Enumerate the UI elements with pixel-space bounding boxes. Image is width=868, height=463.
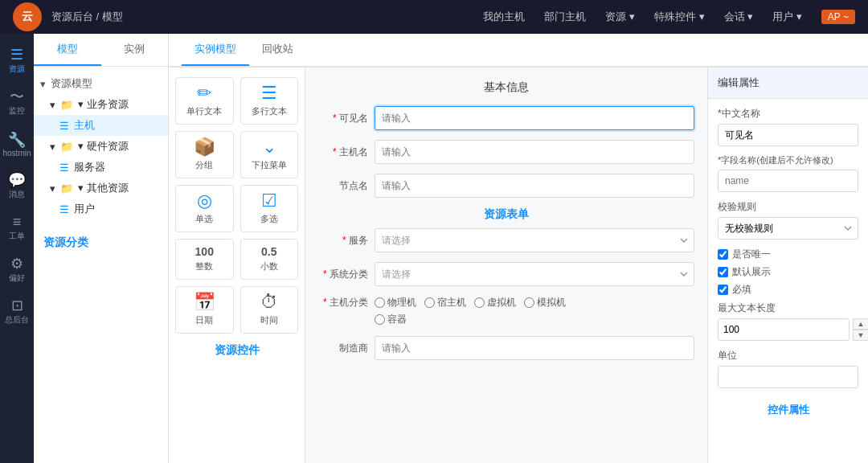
radio-host-input[interactable] <box>424 297 435 308</box>
folder-icon: 📁 <box>60 182 73 195</box>
radio-simulate-input[interactable] <box>524 297 534 308</box>
checkbox-default-show[interactable]: 默认展示 <box>718 265 858 279</box>
prop-validation: 校验规则 无校验规则 IP地址 数字 邮箱 <box>718 200 858 240</box>
sidebar-item-tools[interactable]: 🔧 hostmin <box>0 124 34 166</box>
input-host-name[interactable] <box>375 140 694 164</box>
chat-icon: 💬 <box>8 173 26 187</box>
right-panel-title: 编辑属性 <box>708 68 868 99</box>
prop-section-label: 控件属性 <box>718 396 858 420</box>
tab-model[interactable]: 模型 <box>34 34 101 66</box>
ctrl-label: 单行文本 <box>186 105 222 117</box>
nav-session[interactable]: 会话 ▾ <box>724 10 754 24</box>
control-decimal[interactable]: 0.5 小数 <box>240 239 299 280</box>
nav-resources[interactable]: 资源 ▾ <box>605 10 635 24</box>
prop-input-max-length[interactable] <box>718 318 850 341</box>
radio-physical[interactable]: 物理机 <box>375 296 416 309</box>
radio-container-input[interactable] <box>375 314 385 325</box>
radio-virtual-input[interactable] <box>474 297 485 308</box>
prop-max-length: 最大文本长度 ▲ ▼ <box>718 301 858 341</box>
nav-special-controls[interactable]: 特殊控件 ▾ <box>654 10 705 24</box>
nav-user[interactable]: 用户 ▾ <box>772 10 802 24</box>
input-node-name[interactable] <box>375 174 694 198</box>
ctrl-label: 整数 <box>195 260 213 272</box>
sidebar-item-resource[interactable]: ☰ 资源 <box>0 40 34 82</box>
folder-icon: 📁 <box>60 141 73 153</box>
radio-container-item[interactable]: 容器 <box>375 313 407 326</box>
control-single-select[interactable]: ◎ 单选 <box>175 185 234 232</box>
checkbox-unique-input[interactable] <box>718 249 728 260</box>
group-icon: 📦 <box>194 138 215 156</box>
nav-dept-host[interactable]: 部门主机 <box>544 10 586 24</box>
resource-tree-panel: 模型 实例 ▾ 资源模型 ▾ 📁 ▾ 业务资源 ☰ 主机 ▾ 📁 ▾ 硬件资源 … <box>34 34 169 463</box>
label-visible-name: 可见名 <box>318 112 375 125</box>
prop-select-validation[interactable]: 无校验规则 IP地址 数字 邮箱 <box>718 217 858 240</box>
tab-instance[interactable]: 实例 <box>101 34 169 66</box>
sidebar-item-tasks[interactable]: ≡ 工单 <box>0 207 34 249</box>
grid-icon: ☰ <box>59 162 69 174</box>
control-time[interactable]: ⏱ 时间 <box>240 286 299 334</box>
radio-host-label: 宿主机 <box>437 296 466 309</box>
control-integer[interactable]: 100 整数 <box>175 239 234 280</box>
ctrl-label: 时间 <box>260 314 278 326</box>
prop-field-name: *字段名称(创建后不允许修改) <box>718 154 858 192</box>
radio-physical-input[interactable] <box>375 297 385 308</box>
checkbox-default-show-input[interactable] <box>718 267 728 277</box>
control-multi-line[interactable]: ☰ 多行文本 <box>240 77 299 125</box>
clock-icon: ⏱ <box>260 293 278 311</box>
field-system-type: 系统分类 请选择 <box>318 262 694 286</box>
label-system-type: 系统分类 <box>318 268 375 281</box>
sidebar-label-admin: 总后台 <box>5 314 29 326</box>
select-service[interactable]: 请选择 <box>375 228 694 252</box>
sidebar-item-admin[interactable]: ⊡ 总后台 <box>0 291 34 333</box>
control-multi-select[interactable]: ☑ 多选 <box>240 185 299 232</box>
radio-virtual[interactable]: 虚拟机 <box>474 296 516 309</box>
tab-instance-model[interactable]: 实例模型 <box>182 34 249 66</box>
nav-my-host[interactable]: 我的主机 <box>483 10 525 24</box>
wrench-icon: 🔧 <box>8 133 26 147</box>
tab-recycle-bin[interactable]: 回收站 <box>249 34 306 66</box>
sidebar-item-settings[interactable]: ⚙ 偏好 <box>0 249 34 291</box>
field-host-type-container: 容器 <box>318 313 694 326</box>
radio-simulate[interactable]: 模拟机 <box>524 296 566 309</box>
tree-item-host[interactable]: ☰ 主机 <box>34 115 168 136</box>
controls-section-label: 资源控件 <box>175 334 298 361</box>
tree-item-label: ▾ 业务资源 <box>78 97 129 112</box>
prop-input-unit[interactable] <box>718 366 858 388</box>
select-system-type[interactable]: 请选择 <box>375 262 694 286</box>
tree-item-user[interactable]: ☰ 用户 <box>34 199 168 219</box>
chevron-icon: ▾ <box>50 141 55 153</box>
control-dropdown[interactable]: ⌄ 下拉菜单 <box>240 131 299 178</box>
ctrl-label: 多行文本 <box>252 105 287 117</box>
prop-input-chinese-name[interactable] <box>718 124 858 146</box>
checkbox-unique[interactable]: 是否唯一 <box>718 248 858 261</box>
ctrl-label: 小数 <box>260 260 278 272</box>
chevron-icon: ▾ <box>50 182 55 195</box>
sidebar-label-resource: 资源 <box>9 64 25 75</box>
control-date[interactable]: 📅 日期 <box>175 286 234 334</box>
tree-item-server[interactable]: ☰ 服务器 <box>34 157 168 178</box>
sidebar-item-monitor[interactable]: 〜 监控 <box>0 82 34 124</box>
input-visible-name[interactable] <box>375 106 694 130</box>
chevron-down-icon: ▾ <box>40 78 46 90</box>
radio-host[interactable]: 宿主机 <box>424 296 466 309</box>
control-single-line[interactable]: ✏ 单行文本 <box>175 77 234 125</box>
field-host-name: 主机名 <box>318 140 694 164</box>
spinner-up-button[interactable]: ▲ <box>853 318 868 330</box>
sidebar-item-messages[interactable]: 💬 消息 <box>0 166 34 207</box>
ap-badge: AP ~ <box>821 10 855 24</box>
checkbox-required-input[interactable] <box>718 285 728 295</box>
prop-input-field-name[interactable] <box>718 170 858 192</box>
spinner-down-button[interactable]: ▼ <box>853 330 868 341</box>
app-logo: 云 <box>13 2 42 31</box>
sidebar-label-tools: hostmin <box>2 149 31 158</box>
checkbox-required[interactable]: 必填 <box>718 283 858 297</box>
tree-item-hardware[interactable]: ▾ 📁 ▾ 硬件资源 <box>34 136 168 157</box>
control-group[interactable]: 📦 分组 <box>175 131 234 178</box>
tree-item-business[interactable]: ▾ 📁 ▾ 业务资源 <box>34 94 168 115</box>
calendar-icon: 📅 <box>194 293 215 311</box>
tree-item-other[interactable]: ▾ 📁 ▾ 其他资源 <box>34 178 168 199</box>
tree-item-resource-model[interactable]: ▾ 资源模型 <box>34 73 168 94</box>
nav-items: 我的主机 部门主机 资源 ▾ 特殊控件 ▾ 会话 ▾ 用户 ▾ AP ~ <box>483 10 855 24</box>
prop-unit: 单位 <box>718 349 858 388</box>
input-manufacturer[interactable] <box>375 336 694 360</box>
